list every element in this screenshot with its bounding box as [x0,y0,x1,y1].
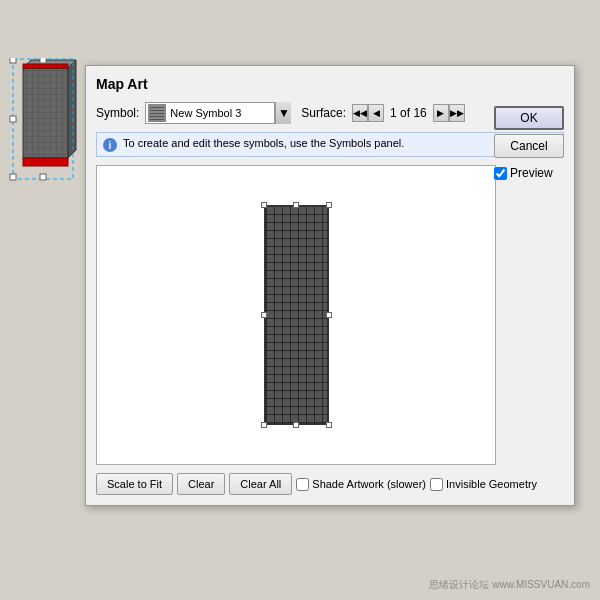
svg-rect-11 [40,174,46,180]
svg-rect-1 [23,68,68,158]
invisible-geometry-checkbox[interactable] [430,478,443,491]
svg-rect-9 [10,116,16,122]
symbol-preview [148,104,166,122]
preview-checkbox[interactable] [494,167,507,180]
artwork-body [264,205,329,425]
cancel-button[interactable]: Cancel [494,134,564,158]
clear-all-button[interactable]: Clear All [229,473,292,495]
shade-artwork-item: Shade Artwork (slower) [296,478,426,491]
info-icon: i [103,138,117,152]
next-icon: ▶ [437,108,444,118]
svg-rect-7 [10,58,16,63]
surface-nav: Surface: ◀◀ ◀ 1 of 16 ▶ ▶▶ [301,104,464,122]
ok-button[interactable]: OK [494,106,564,130]
bottom-row: Scale to Fit Clear Clear All Shade Artwo… [96,473,564,495]
canvas-area [96,165,496,465]
handle-top-right[interactable] [326,202,332,208]
handle-bottom-left[interactable] [261,422,267,428]
svg-rect-5 [23,64,68,68]
right-buttons: OK Cancel Preview [494,106,564,180]
preview-label: Preview [510,166,553,180]
invisible-geometry-label: Invisible Geometry [446,478,537,490]
first-icon: ◀◀ [353,108,367,118]
surface-counter: 1 of 16 [384,106,433,120]
surface-next-button[interactable]: ▶ [433,104,449,122]
symbol-label: Symbol: [96,106,139,120]
prev-icon: ◀ [373,108,380,118]
handle-middle-left[interactable] [261,312,267,318]
surface-prev-button[interactable]: ◀ [368,104,384,122]
footer-watermark: 思绪设计论坛 www.MISSVUAN.com [429,578,590,592]
map-art-dialog: Map Art Symbol: New Symbol 3 ▼ [85,65,575,506]
symbol-dropdown[interactable]: New Symbol 3 [145,102,275,124]
svg-marker-3 [68,60,76,158]
scale-to-fit-button[interactable]: Scale to Fit [96,473,173,495]
svg-rect-10 [10,174,16,180]
surface-first-button[interactable]: ◀◀ [352,104,368,122]
handle-top-left[interactable] [261,202,267,208]
invisible-geometry-item: Invisible Geometry [430,478,537,491]
last-icon: ▶▶ [450,108,464,118]
surface-last-button[interactable]: ▶▶ [449,104,465,122]
preview-item: Preview [494,166,564,180]
symbol-dropdown-arrow[interactable]: ▼ [275,102,291,124]
handle-top-center[interactable] [293,202,299,208]
3d-object-preview [8,58,83,191]
artwork-container [264,205,329,425]
handle-bottom-right[interactable] [326,422,332,428]
dialog-title: Map Art [96,76,564,92]
symbol-preview-inner [150,106,164,120]
handle-bottom-center[interactable] [293,422,299,428]
svg-rect-4 [23,158,68,166]
shade-artwork-label: Shade Artwork (slower) [312,478,426,490]
handle-middle-right[interactable] [326,312,332,318]
info-text: To create and edit these symbols, use th… [123,137,404,149]
svg-rect-8 [40,58,46,63]
shade-artwork-checkbox[interactable] [296,478,309,491]
symbol-name-text: New Symbol 3 [170,107,272,119]
dropdown-arrow-icon: ▼ [278,106,290,120]
surface-label: Surface: [301,106,346,120]
main-background: Map Art Symbol: New Symbol 3 ▼ [0,0,600,600]
clear-button[interactable]: Clear [177,473,225,495]
